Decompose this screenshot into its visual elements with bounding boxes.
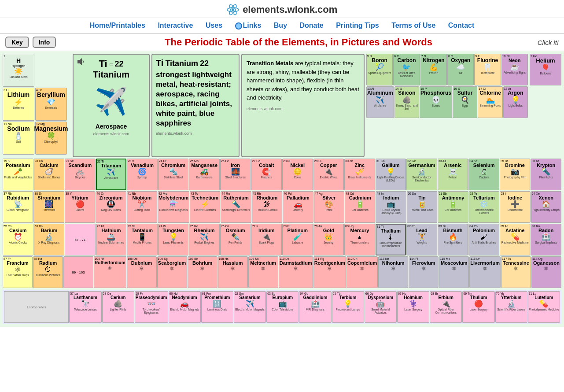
element-ag[interactable]: 47 Ag Silver 🎨 Paint [314,191,344,223]
element-lv[interactable]: 116 Lv Livermorium ⚛ [469,256,501,288]
element-br[interactable]: 35 Br Bromine 📷 Photography Film [500,159,531,190]
element-hf[interactable]: 72 Hf Hafnium 🚢 Nuclear Submarines [96,224,127,255]
nav-terms[interactable]: Terms of Use [391,22,435,29]
element-rb[interactable]: 37 Rb Rubidium 📡 Global Navigation [3,191,33,223]
element-cd[interactable]: 48 Cd Cadmium 🔋 Car Batteries [345,191,375,223]
element-kr[interactable]: 36 Kr Krypton 🔦 Flashlights [531,159,561,190]
element-ge[interactable]: 32 Ge Germanium 🔬 Semiconductor Electron… [406,159,437,190]
element-at[interactable]: 85 At Astatine 💊 Radioactive Medicine [500,224,531,255]
element-pb[interactable]: 82 Pb Lead 🏋 Weights [406,224,437,255]
nav-donate[interactable]: Donate [300,22,324,29]
element-v[interactable]: 23 V Vanadium 🌀 Springs [127,159,158,190]
element-li[interactable]: 3 Li Lithium ⚡ Batteries [3,88,34,121]
nav-printing[interactable]: Printing Tips [336,22,379,29]
element-ar[interactable]: 18 Ar Argon 💡 Light Bulbs [503,86,528,118]
element-mo[interactable]: 42 Mo Molybdenum ⚗️ Radioactive Diagnasi… [158,191,189,223]
element-sb[interactable]: 51 Sb Antimony 🔋 Car Batteries [438,191,468,223]
element-co[interactable]: 27 Co Cobalt 🧲 Magnets [251,159,282,190]
element-lu[interactable]: 71 Lu Lutetium 💊 Photodynamic Medicine [528,291,560,323]
element-au[interactable]: 79 Au Gold 👑 Jewelry [313,224,344,255]
element-y[interactable]: 39 Y Yttrium 🔴 Lasers [65,191,95,223]
element-bh[interactable]: 107 Bh Bohrium ⚛ [188,256,217,288]
element-zr[interactable]: 40 Zr Zirconium 🚇 Mag Lev Trains [96,191,126,223]
info-button[interactable]: Info [33,37,56,48]
element-sn[interactable]: 50 Sn Tin 🥫 Plated Food Cans [407,191,437,223]
element-i[interactable]: 53 I Iodine ➕ Disinfectant [500,191,530,223]
element-sr[interactable]: 38 Sr Strontium 🎆 Fireworks [33,191,64,223]
element-sm[interactable]: 62 Sm Samarium ✈️ Electric Motor Magnets [234,291,266,323]
element-tb[interactable]: 65 Tb Terbium 💡 Fluorescent Lamps [332,291,364,323]
element-fe[interactable]: 26 Fe Iron 🌉 Steel Structures [220,159,251,190]
element-ru[interactable]: 44 Ru Ruthenium 🔦 Searchlight Reflectors [221,191,251,223]
element-pm[interactable]: 61 Pm Promethium 🔢 Luminous Dials [201,291,233,323]
element-c[interactable]: 6 C Carbon 🐦 Basis of Life's Molecules [393,54,420,85]
element-hg[interactable]: 80 Hg Mercury 🌡 Thermometers [344,224,375,255]
element-b[interactable]: 5 B Boron 🎾 Sports Equipment [366,54,393,85]
element-nd[interactable]: 60 Nd Neodymium 🚗 Electric Motor Magnets [169,291,201,323]
nav-home[interactable]: Home/Printables [90,22,145,29]
element-mc[interactable]: 115 Mc Moscovium ⚛ [439,256,469,288]
element-as[interactable]: 33 As Arsenic ☠️ Poison [438,159,468,190]
element-rh[interactable]: 45 Rh Rhodium 🌫 Pollution Control [252,191,282,223]
element-po[interactable]: 84 Po Polonium 🖌 Anti-Static Brushes [468,224,499,255]
element-bi[interactable]: 83 Bi Bismuth 🔥 Fire Sprinklers [438,224,468,255]
element-al[interactable]: 13 Al Aluminum ✈️ Airplanes [366,86,394,118]
element-cu[interactable]: 29 Cu Copper 🔌 Electric Wires [313,159,344,190]
element-tc[interactable]: 43 Tc Technetium ⚡ Electric Switches [190,191,220,223]
element-ta[interactable]: 73 Ta Tantalum 📱 Mobile Phones [127,224,158,255]
element-sc[interactable]: 21 Sc Scandium 🚲 Bicycles [65,159,96,190]
element-ra[interactable]: 88 Ra Radium ⏱ Luminous Watches [33,256,63,288]
element-fl[interactable]: 114 Fl Flerovium ⚛ [409,256,439,288]
element-ts[interactable]: 117 Ts Tennessine ⚛ [501,256,531,288]
element-si[interactable]: 14 Si Silicon 🪨 Stone, Sand, and Soil [394,86,419,118]
element-pr[interactable]: 59 Pr Praseodymium 👓 Torchworkers' Eyegl… [135,291,168,323]
element-os[interactable]: 76 Os Osmium ✒️ Pen Points [220,224,251,255]
element-p[interactable]: 15 P Phosphorus 💀 Bones [420,86,452,118]
element-db[interactable]: 105 Db Dubnium ⚛ [127,256,157,288]
element-s[interactable]: 16 S Sulfur 🍳 Eggs [453,86,477,118]
element-nb[interactable]: 41 Nb Niobium ✂️ Cutting Tools [127,191,157,223]
element-rf[interactable]: 104 Rf Rutherfordium ⚛ [94,256,126,288]
element-cr[interactable]: 24 Cr Chromium 🔩 Stainless Steel [158,159,189,190]
element-er[interactable]: 68 Er Erbium 🔌 Optical Fiber Communicati… [430,291,462,323]
element-dy[interactable]: 66 Dy Dysprosium 🤖 Smart Material Actuat… [365,291,397,323]
element-ti[interactable]: 22 Ti Titanium ✈️ Aerospace [96,159,127,190]
element-re[interactable]: 75 Re Rhenium ✈️ Rocket Engines [189,224,220,255]
nav-buy[interactable]: Buy [274,22,287,29]
element-ho[interactable]: 67 Ho Holmium ⚕️ Laser Surgery [397,291,429,323]
element-ca[interactable]: 20 Ca Calcium 🦪 Shells and Bones [34,159,65,190]
nav-links[interactable]: Links [235,22,263,29]
element-yb[interactable]: 70 Yb Ytterbium 🔬 Scientific Fiber Laser… [495,291,527,323]
element-te[interactable]: 52 Te Tellurium ❄️ Thermoelectric Cooler… [469,191,499,223]
element-tm[interactable]: 69 Tm Thulium 🔴 Laser Surgery [462,291,494,323]
element-cn[interactable]: 112 Cn Copernicium ⚛ [347,256,378,288]
element-mt[interactable]: 109 Mt Meitnerium ⚛ [248,256,278,288]
element-ir[interactable]: 77 Ir Iridium 🔌 Spark Plugs [251,224,282,255]
element-in[interactable]: 49 In Indium 📺 Liquid Crystal Displays (… [376,191,406,223]
nav-interactive[interactable]: Interactive [158,22,193,29]
element-na[interactable]: 11 Na Sodium 🧂 Salt [3,122,34,155]
nav-contact[interactable]: Contact [448,22,475,29]
element-mn[interactable]: 25 Mn Manganese 🚜 Earthmovers [189,159,220,190]
key-button[interactable]: Key [5,37,29,48]
element-tl[interactable]: 81 Tl Thallium 🌡 Low-Temperature Thermom… [376,224,406,255]
element-n[interactable]: 7 N Nitrogen 💪 Protein [420,54,447,85]
element-rn[interactable]: 86 Rn Radon 🏥 Surgical Implants [531,224,561,255]
element-be[interactable]: 4 Be Beryllium 💎 Emeralds [35,88,67,121]
element-ga[interactable]: 31 Ga Gallium 💡 Light-Emitting Diodes (L… [376,159,406,190]
element-zn[interactable]: 30 Zn Zinc 🎺 Brass Instruments [344,159,375,190]
element-eu[interactable]: 63 Eu Europium 📺 Color Televisions [266,291,299,323]
element-mg[interactable]: 12 Mg Magnesium 🍀 Chlorophyll [35,122,67,155]
element-se[interactable]: 34 Se Selenium 🖨 Copiers [468,159,499,190]
element-nh[interactable]: 113 Nh Nihonium ⚛ [378,256,408,288]
element-cl[interactable]: 17 Cl Chlorine 🏊 Swimming Pools [478,86,502,118]
element-k[interactable]: 19 K Potassium 🥕 Fruits and Vegetables [3,159,33,190]
element-pt[interactable]: 78 Pt Platinum 🧪 Labware [282,224,313,255]
element-la[interactable]: 57 La Lanthanum 🔭 Telescope Lenses [69,291,101,323]
element-fr[interactable]: 87 Fr Francium ⚛ Laser Atom Traps [3,256,33,288]
element-ba[interactable]: 56 Ba Barium 🔬 X-Ray Diagnosis [34,224,65,255]
element-ne[interactable]: 10 Ne Neon ☕ Advertising Signs [501,54,528,85]
element-f[interactable]: 9 F Fluorine 🦷 Toothpaste [474,54,501,85]
sound-button[interactable] [76,57,85,67]
element-rg[interactable]: 111 Rg Roentgenium ⚛ [313,256,346,288]
